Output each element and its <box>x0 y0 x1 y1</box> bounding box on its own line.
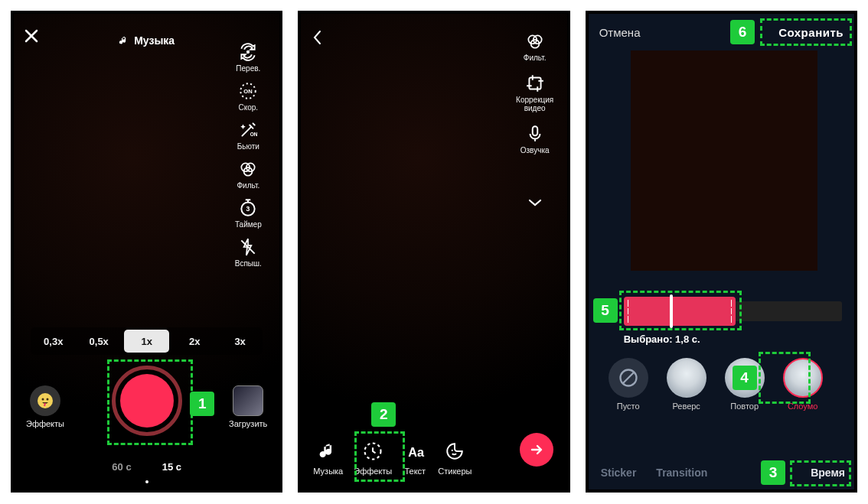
rail-beauty[interactable]: ON Бьюти <box>237 119 259 151</box>
speed-0-5x[interactable]: 0,5x <box>76 327 121 355</box>
right-tool-rail: Перев. ON Скор. ON Бьюти Фильт. 3 Таймер… <box>221 41 275 268</box>
tab-transition[interactable]: Transition <box>656 467 707 479</box>
annotation-badge-1: 1 <box>190 392 214 416</box>
rail-flip[interactable]: Перев. <box>236 41 260 73</box>
bottom-text[interactable]: Aa Текст <box>403 439 427 476</box>
effects-emoji-icon <box>36 392 54 410</box>
chevron-left-icon <box>312 29 324 46</box>
video-preview <box>631 50 817 271</box>
music-note-icon <box>119 35 129 46</box>
svg-rect-15 <box>529 77 540 89</box>
bottom-stickers[interactable]: Стикеры <box>438 439 472 476</box>
duration-15s[interactable]: 15 c <box>162 461 181 473</box>
speed-icon: ON <box>237 80 259 102</box>
fx-none[interactable]: Пусто <box>604 358 653 411</box>
chevron-down-icon <box>527 197 543 208</box>
flip-camera-icon <box>237 41 259 63</box>
upload-thumbnail-icon <box>233 385 263 416</box>
filters-icon <box>237 158 259 180</box>
edit-right-rail: Фильт. Коррекция видео Озвучка <box>506 31 564 154</box>
rail2-adjust[interactable]: Коррекция видео <box>506 73 564 112</box>
effects-label: Эффекты <box>26 419 64 428</box>
cancel-button[interactable]: Отмена <box>599 26 641 39</box>
music-note-icon <box>316 439 341 463</box>
flash-off-icon <box>237 236 259 258</box>
svg-point-11 <box>47 398 49 401</box>
upload-button[interactable]: Загрузить <box>229 385 267 428</box>
edit-screen: Фильт. Коррекция видео Озвучка Музыка Эф… <box>298 11 569 493</box>
annotation-box-5 <box>619 291 742 330</box>
next-button[interactable] <box>520 433 553 467</box>
annotation-box-3 <box>790 460 851 486</box>
reverse-thumbnail <box>667 358 706 398</box>
rail-flash[interactable]: Вспыш. <box>235 236 262 268</box>
record-screen: Музыка Перев. ON Скор. ON Бьюти Фильт. 3… <box>11 11 282 493</box>
expand-more-button[interactable] <box>527 197 543 208</box>
music-label: Музыка <box>134 34 175 47</box>
speed-3x[interactable]: 3x <box>217 327 263 355</box>
rail2-voiceover[interactable]: Озвучка <box>520 123 550 154</box>
svg-text:3: 3 <box>246 205 250 213</box>
annotation-badge-2: 2 <box>371 402 396 427</box>
time-effects-screen: Отмена Сохранить Выбрано: 1,8 с. Пусто Р… <box>586 11 857 493</box>
duration-60s[interactable]: 60 c <box>112 461 131 473</box>
sticker-icon <box>442 439 467 463</box>
text-icon: Aa <box>403 439 427 463</box>
annotation-badge-3: 3 <box>761 460 785 485</box>
selection-duration-label: Выбрано: 1,8 с. <box>624 333 700 345</box>
fx-reverse[interactable]: Реверс <box>662 358 711 411</box>
annotation-box-1 <box>107 359 193 445</box>
back-button[interactable] <box>312 29 324 46</box>
timer-icon: 3 <box>237 197 259 219</box>
svg-text:ON: ON <box>244 88 253 95</box>
add-music-button[interactable]: Музыка <box>119 34 175 47</box>
annotation-badge-4: 4 <box>733 366 757 390</box>
tab-sticker[interactable]: Sticker <box>601 467 637 479</box>
microphone-icon <box>524 123 546 145</box>
speed-1x[interactable]: 1x <box>124 330 169 353</box>
svg-text:Aa: Aa <box>409 445 426 459</box>
effects-button[interactable]: Эффекты <box>26 385 64 428</box>
bottom-music[interactable]: Музыка <box>313 439 343 476</box>
annotation-badge-5: 5 <box>593 298 618 323</box>
svg-point-19 <box>452 450 453 451</box>
duration-picker[interactable]: 60 c 15 c <box>67 461 226 473</box>
rail-timer[interactable]: 3 Таймер <box>235 197 262 229</box>
upload-label: Загрузить <box>229 419 267 428</box>
rail-speed[interactable]: ON Скор. <box>237 80 259 112</box>
none-icon <box>618 367 639 389</box>
svg-text:ON: ON <box>250 132 258 137</box>
annotation-box-6 <box>760 18 852 46</box>
svg-point-10 <box>42 398 44 401</box>
rail2-filters[interactable]: Фильт. <box>524 31 547 62</box>
annotation-box-2 <box>354 431 405 482</box>
annotation-badge-6: 6 <box>730 20 755 44</box>
arrow-right-icon <box>529 442 544 457</box>
annotation-box-4 <box>759 352 811 404</box>
svg-point-0 <box>246 50 250 54</box>
speed-picker: 0,3x 0,5x 1x 2x 3x <box>31 327 263 355</box>
magic-wand-icon: ON <box>237 119 259 141</box>
filters-icon <box>524 31 546 52</box>
crop-icon <box>524 73 546 94</box>
svg-rect-16 <box>532 126 537 135</box>
speed-2x[interactable]: 2x <box>171 327 217 355</box>
rail-filters[interactable]: Фильт. <box>237 158 259 190</box>
speed-0-3x[interactable]: 0,3x <box>31 327 76 355</box>
